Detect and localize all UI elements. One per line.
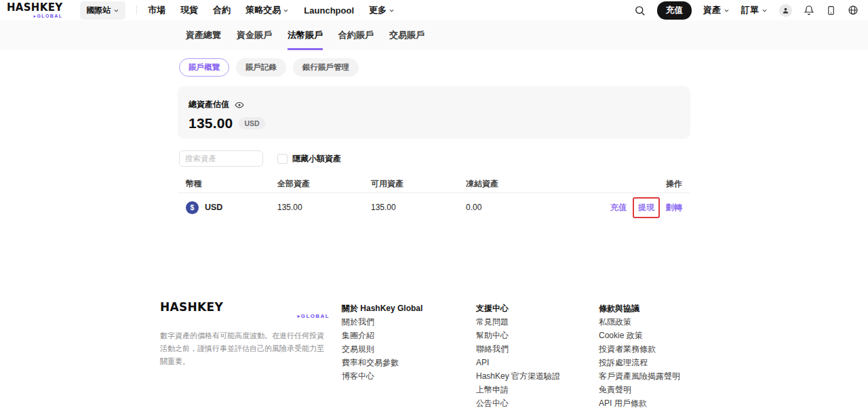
tab-asset-overview[interactable]: 資產總覽 xyxy=(186,20,221,50)
footer-link[interactable]: 公告中心 xyxy=(476,398,509,409)
hide-small-assets-checkbox[interactable] xyxy=(277,154,288,164)
footer-link[interactable]: Cookie 政策 xyxy=(599,330,643,342)
chevron-down-icon xyxy=(762,7,768,14)
balance-currency-badge: USD xyxy=(239,117,264,129)
footer-link[interactable]: 私隱政策 xyxy=(599,316,631,328)
footer-column-title-about: 關於 HashKey Global xyxy=(342,302,476,315)
footer-column-title-support: 支援中心 xyxy=(476,302,599,315)
top-navbar: HASHKEY ▸GLOBAL 國際站 市場 現貨 合約 策略交易 Launch… xyxy=(0,0,868,20)
footer-link[interactable]: 集團介紹 xyxy=(342,330,374,342)
subtab-account-records[interactable]: 賬戶記錄 xyxy=(236,58,286,77)
footer-disclaimer: 數字資產的價格有可能高度波動。在進行任何投資活動之前，謹慎行事並評估自己的風險承… xyxy=(160,329,330,368)
total-balance-card: 總資產估值 135.00 USD xyxy=(178,86,690,139)
assets-menu[interactable]: 資產 xyxy=(703,4,730,16)
deposit-link[interactable]: 充值 xyxy=(610,202,627,213)
page-footer: HASHKEY ▸GLOBAL 數字資產的價格有可能高度波動。在進行任何投資活動… xyxy=(160,302,708,410)
cell-available-assets: 135.00 xyxy=(371,203,466,212)
tab-futures-account[interactable]: 合約賬戶 xyxy=(338,20,374,50)
divider xyxy=(136,5,137,15)
assets-table: 幣種 全部資產 可用資產 凍結資產 操作 $ USD 135.00 135.00… xyxy=(178,175,690,222)
footer-link[interactable]: 聯絡我們 xyxy=(476,344,509,355)
nav-item-futures[interactable]: 合約 xyxy=(213,4,231,16)
subtab-row: 賬戶概覽 賬戶記錄 銀行賬戶管理 xyxy=(178,58,690,77)
footer-link[interactable]: 免責聲明 xyxy=(599,384,631,396)
hide-small-assets-toggle[interactable]: 隱藏小額資產 xyxy=(277,153,341,165)
footer-link[interactable]: 上幣申請 xyxy=(476,384,509,396)
user-avatar[interactable] xyxy=(779,4,792,17)
transfer-link[interactable]: 劃轉 xyxy=(666,202,682,213)
subtab-bank-account-management[interactable]: 銀行賬戶管理 xyxy=(293,58,359,77)
header-actions: 操作 xyxy=(595,178,682,190)
assets-table-header: 幣種 全部資產 可用資產 凍結資產 操作 xyxy=(178,175,690,193)
hide-small-assets-label: 隱藏小額資產 xyxy=(292,153,341,165)
cell-frozen-assets: 0.00 xyxy=(466,203,595,212)
total-balance-label: 總資產估值 xyxy=(189,99,229,110)
account-tab-band: 資產總覽 資金賬戶 法幣賬戶 合約賬戶 交易賬戶 xyxy=(0,20,868,50)
search-asset-input[interactable] xyxy=(179,150,263,167)
footer-column-title-terms: 條款與協議 xyxy=(599,302,708,315)
nav-item-spot[interactable]: 現貨 xyxy=(180,4,198,16)
eye-visibility-icon[interactable] xyxy=(235,100,244,110)
logo-wordmark: HASHKEY xyxy=(7,1,62,14)
chevron-down-icon xyxy=(283,7,289,14)
header-available: 可用資產 xyxy=(371,178,466,190)
header-coin: 幣種 xyxy=(186,178,277,190)
asset-filter-row: 隱藏小額資產 xyxy=(178,150,690,167)
notifications-bell-icon[interactable] xyxy=(804,5,814,16)
footer-link[interactable]: API xyxy=(476,358,489,367)
footer-link[interactable]: 客戶資產風險揭露聲明 xyxy=(599,371,680,382)
hashkey-logo[interactable]: HASHKEY ▸GLOBAL xyxy=(7,2,62,18)
footer-link[interactable]: HashKey 官方渠道驗證 xyxy=(476,371,560,382)
footer-link[interactable]: 幫助中心 xyxy=(476,330,509,342)
deposit-button[interactable]: 充值 xyxy=(657,1,692,20)
usd-coin-icon: $ xyxy=(186,201,199,214)
withdraw-link[interactable]: 提現 xyxy=(638,202,654,213)
tab-funding-account[interactable]: 資金賬戶 xyxy=(237,20,272,50)
chevron-down-icon xyxy=(389,7,395,14)
footer-link[interactable]: 博客中心 xyxy=(342,371,374,382)
footer-hashkey-logo: HASHKEY ▸GLOBAL xyxy=(160,302,330,319)
mobile-app-icon[interactable] xyxy=(826,5,836,16)
tab-fiat-account[interactable]: 法幣賬戶 xyxy=(288,20,323,50)
footer-link[interactable]: 費率和交易參數 xyxy=(342,357,399,369)
annotation-highlight: 提現 xyxy=(633,197,660,218)
footer-link[interactable]: 關於我們 xyxy=(342,316,374,328)
nav-item-launchpool[interactable]: Launchpool xyxy=(304,5,354,16)
chevron-down-icon xyxy=(724,7,730,14)
table-row-usd: $ USD 135.00 135.00 0.00 充值 提現 劃轉 xyxy=(178,193,690,222)
footer-link[interactable]: API 用戶條款 xyxy=(599,398,647,409)
search-icon[interactable] xyxy=(634,5,646,16)
logo-global-label: ▸GLOBAL xyxy=(33,14,62,18)
header-frozen: 凍結資產 xyxy=(466,178,595,190)
nav-item-strategy-trading[interactable]: 策略交易 xyxy=(245,4,289,16)
nav-item-more[interactable]: 更多 xyxy=(369,4,395,16)
nav-item-markets[interactable]: 市場 xyxy=(148,4,165,16)
footer-link[interactable]: 投資者業務條款 xyxy=(599,344,656,355)
orders-menu[interactable]: 訂單 xyxy=(741,4,768,16)
footer-link[interactable]: 交易規則 xyxy=(342,344,374,355)
logo-wordmark: HASHKEY xyxy=(160,300,223,314)
region-selector[interactable]: 國際站 xyxy=(80,1,125,20)
cell-total-assets: 135.00 xyxy=(277,203,371,212)
total-balance-value: 135.00 xyxy=(189,115,233,131)
footer-link[interactable]: 常見問題 xyxy=(476,316,509,328)
logo-global-label: ▸GLOBAL xyxy=(297,314,330,319)
footer-link[interactable]: 投訴處理流程 xyxy=(599,357,648,369)
subtab-account-overview[interactable]: 賬戶概覽 xyxy=(179,58,229,77)
language-globe-icon[interactable] xyxy=(848,5,859,16)
header-total: 全部資產 xyxy=(277,178,371,190)
tab-trading-account[interactable]: 交易賬戶 xyxy=(389,20,425,50)
person-icon xyxy=(782,7,789,14)
chevron-down-icon xyxy=(113,7,119,14)
main-content: 賬戶概覽 賬戶記錄 銀行賬戶管理 總資產估值 135.00 USD 隱藏小額資產… xyxy=(178,58,690,222)
coin-name: USD xyxy=(205,203,222,212)
